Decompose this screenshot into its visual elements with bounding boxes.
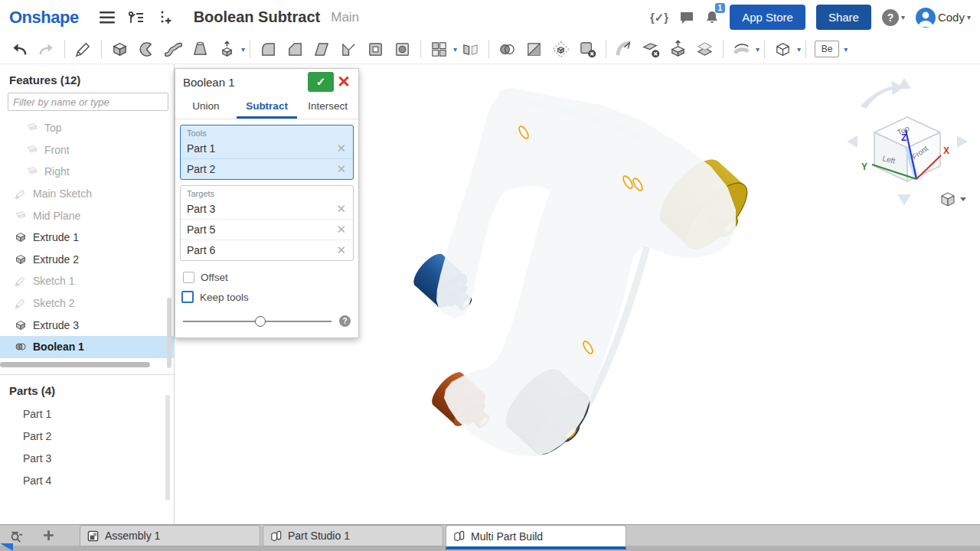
sweep-icon [164, 40, 183, 59]
redo-button[interactable] [34, 37, 58, 60]
revolve-button[interactable] [135, 37, 158, 60]
enclose-dropdown-caret-icon[interactable]: ▾ [797, 45, 801, 54]
avatar[interactable] [916, 8, 936, 28]
feature-filter-input[interactable] [8, 93, 168, 111]
pattern-dropdown-caret-icon[interactable]: ▾ [453, 45, 457, 54]
preview-slider[interactable] [183, 321, 332, 322]
linear-pattern-button[interactable] [427, 37, 451, 60]
dialog-help-icon[interactable]: ? [339, 315, 351, 327]
remove-icon[interactable]: ✕ [334, 162, 348, 176]
tool-item-part-2[interactable]: Part 2✕ [181, 158, 353, 179]
thicken-button[interactable] [215, 37, 239, 60]
workspace-name[interactable]: Main [331, 10, 359, 25]
feature-item-boolean-1[interactable]: Boolean 1 [0, 336, 175, 358]
part-item-part-3[interactable]: Part 3 [0, 448, 174, 470]
rib-button[interactable] [337, 37, 361, 60]
modify-fillet-button[interactable] [612, 37, 636, 60]
extrude-button[interactable] [108, 37, 132, 60]
replace-face-button[interactable] [693, 37, 717, 60]
cancel-icon[interactable]: ✕ [334, 72, 354, 92]
offset-checkbox[interactable] [183, 272, 194, 283]
help-menu[interactable]: ? ▾ [882, 9, 905, 26]
toolbar-separator [101, 40, 102, 58]
notifications-bell-icon[interactable]: 1 [705, 10, 719, 25]
target-item-part-6[interactable]: Part 6✕ [181, 240, 353, 260]
undo-button[interactable] [8, 37, 31, 60]
dialog-tab-subtract[interactable]: Subtract [237, 95, 298, 119]
shell-button[interactable] [364, 37, 387, 60]
thicken-dropdown-caret-icon[interactable]: ▾ [241, 45, 245, 54]
insert-new-element-icon[interactable] [155, 8, 175, 28]
part-item-part-1[interactable]: Part 1 [0, 403, 174, 425]
mirror-button[interactable] [459, 37, 482, 60]
offset-surface-button[interactable] [730, 37, 753, 60]
view-cube[interactable]: Top Left Front Z X Y [847, 78, 968, 205]
document-tab-assembly-1[interactable]: Assembly 1 [80, 525, 260, 546]
hamburger-menu-icon[interactable] [97, 8, 117, 28]
remove-icon[interactable]: ✕ [334, 243, 348, 257]
feature-item-extrude-1[interactable]: Extrude 1 [0, 227, 175, 249]
featurescript-icon[interactable]: {✓} [650, 11, 668, 24]
feature-item-front[interactable]: Front [0, 139, 187, 161]
part-item-part-2[interactable]: Part 2 [0, 425, 174, 448]
comment-icon[interactable] [679, 11, 694, 24]
document-tab-part-studio-1[interactable]: Part Studio 1 [263, 525, 443, 546]
onshape-app: Onshape Boolean Subtract Main {✓} 1 App … [0, 0, 980, 551]
custom-feature-button[interactable]: Be [812, 37, 841, 60]
feature-item-extrude-2[interactable]: Extrude 2 [0, 249, 175, 271]
tool-item-part-1[interactable]: Part 1✕ [181, 139, 353, 158]
surface-dropdown-caret-icon[interactable]: ▾ [756, 45, 760, 54]
parts-vertical-scrollbar[interactable] [165, 395, 170, 500]
view-options-button[interactable] [942, 193, 966, 206]
feature-item-top[interactable]: Top [0, 117, 187, 139]
preview-slider-handle[interactable] [255, 316, 266, 327]
target-item-part-3[interactable]: Part 3✕ [181, 199, 353, 219]
boolean-button[interactable] [495, 37, 519, 60]
help-icon[interactable]: ? [882, 9, 899, 26]
versions-history-icon[interactable] [126, 8, 146, 28]
redo-icon [37, 40, 56, 59]
hole-button[interactable] [390, 37, 414, 60]
remove-icon[interactable]: ✕ [334, 202, 348, 216]
document-tab-multi-part-build[interactable]: Multi Part Build [446, 525, 626, 549]
feature-item-extrude-3[interactable]: Extrude 3 [0, 314, 175, 336]
user-menu[interactable]: Cody ▾ [916, 8, 971, 28]
custom-feature-dropdown-caret-icon[interactable]: ▾ [844, 45, 848, 54]
confirm-button[interactable]: ✓ [308, 72, 334, 92]
delete-face-button[interactable] [639, 37, 663, 60]
feature-item-main-sketch[interactable]: Main Sketch [0, 183, 175, 205]
target-item-part-5[interactable]: Part 5✕ [181, 219, 353, 240]
delete-part-button[interactable] [576, 37, 599, 60]
part-item-part-4[interactable]: Part 4 [0, 470, 174, 492]
document-tabs: Assembly 1Part Studio 1Multi Part Build [80, 525, 626, 551]
assembly-icon [87, 530, 100, 543]
features-vertical-scrollbar[interactable] [167, 298, 172, 368]
viewport[interactable]: Top Left Front Z X Y [175, 64, 980, 524]
add-tab-button[interactable] [42, 529, 55, 542]
remove-icon[interactable]: ✕ [334, 223, 348, 236]
feature-item-sketch-2[interactable]: Sketch 2 [0, 292, 175, 315]
feature-item-right[interactable]: Right [0, 161, 187, 183]
feature-item-sketch-1[interactable]: Sketch 1 [0, 270, 175, 292]
z-axis-label: Z [901, 132, 906, 143]
features-horizontal-scrollbar[interactable] [0, 362, 150, 367]
fillet-button[interactable] [256, 37, 280, 60]
share-button[interactable]: Share [816, 5, 871, 30]
enclose-button[interactable] [771, 37, 795, 60]
keep-tools-checkbox[interactable] [181, 291, 194, 303]
app-store-button[interactable]: App Store [730, 5, 805, 30]
dialog-tab-intersect[interactable]: Intersect [297, 95, 358, 119]
feature-item-mid-plane[interactable]: Mid Plane [0, 204, 175, 227]
features-panel-title: Features (12) [0, 64, 174, 93]
dialog-tab-union[interactable]: Union [175, 95, 237, 119]
chamfer-button[interactable] [283, 37, 307, 60]
sweep-button[interactable] [162, 37, 185, 60]
sketch-button[interactable] [71, 37, 95, 60]
transform-button[interactable] [549, 37, 573, 60]
draft-button[interactable] [310, 37, 334, 60]
manage-tabs-search-icon[interactable] [9, 529, 24, 543]
split-button[interactable] [522, 37, 546, 60]
remove-icon[interactable]: ✕ [334, 142, 348, 155]
move-face-button[interactable] [666, 37, 690, 60]
loft-button[interactable] [188, 37, 212, 60]
